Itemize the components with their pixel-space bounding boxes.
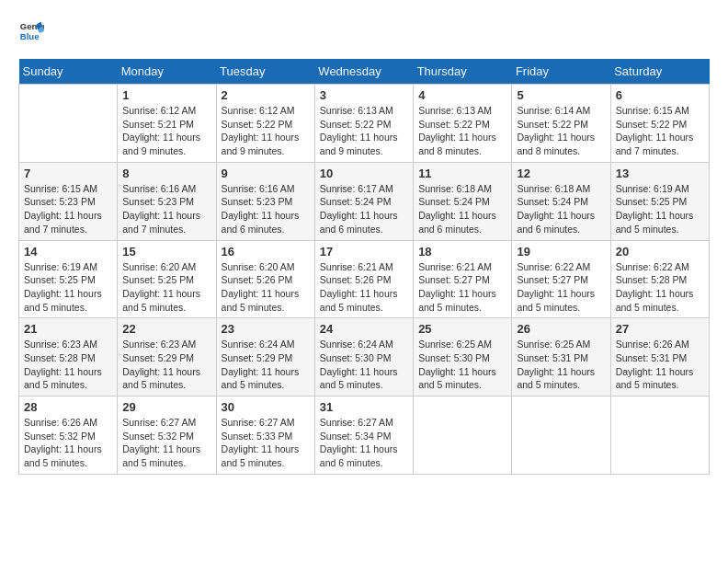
logo: General Blue (18, 18, 48, 44)
day-info: Sunrise: 6:15 AM Sunset: 5:22 PM Dayligh… (616, 104, 704, 158)
calendar-cell: 7Sunrise: 6:15 AM Sunset: 5:23 PM Daylig… (19, 162, 118, 240)
day-number: 15 (122, 245, 210, 259)
day-number: 31 (320, 400, 408, 414)
day-number: 18 (418, 245, 506, 259)
calendar-week-row: 1Sunrise: 6:12 AM Sunset: 5:21 PM Daylig… (19, 85, 710, 163)
day-info: Sunrise: 6:20 AM Sunset: 5:26 PM Dayligh… (222, 260, 310, 315)
calendar-cell: 27Sunrise: 6:26 AM Sunset: 5:31 PM Dayli… (610, 318, 709, 396)
calendar-cell: 19Sunrise: 6:22 AM Sunset: 5:27 PM Dayli… (512, 240, 610, 318)
day-info: Sunrise: 6:26 AM Sunset: 5:32 PM Dayligh… (24, 416, 112, 470)
calendar-cell (610, 396, 709, 475)
day-info: Sunrise: 6:22 AM Sunset: 5:28 PM Dayligh… (616, 260, 704, 315)
day-number: 13 (616, 167, 704, 180)
calendar-cell (512, 396, 610, 475)
calendar-cell (414, 396, 512, 475)
calendar-week-row: 7Sunrise: 6:15 AM Sunset: 5:23 PM Daylig… (19, 162, 710, 240)
calendar-cell: 12Sunrise: 6:18 AM Sunset: 5:24 PM Dayli… (512, 162, 610, 240)
day-number: 7 (24, 167, 112, 180)
day-number: 9 (222, 167, 310, 180)
day-info: Sunrise: 6:12 AM Sunset: 5:22 PM Dayligh… (222, 104, 310, 158)
weekday-header-wednesday: Wednesday (314, 59, 413, 85)
weekday-header-friday: Friday (512, 59, 610, 85)
day-info: Sunrise: 6:27 AM Sunset: 5:33 PM Dayligh… (222, 416, 310, 470)
weekday-header-sunday: Sunday (19, 59, 118, 85)
calendar-cell: 11Sunrise: 6:18 AM Sunset: 5:24 PM Dayli… (414, 162, 512, 240)
day-number: 26 (517, 322, 605, 336)
weekday-header-tuesday: Tuesday (216, 59, 314, 85)
calendar-cell: 25Sunrise: 6:25 AM Sunset: 5:30 PM Dayli… (414, 318, 512, 396)
day-number: 6 (616, 88, 704, 102)
page-header: General Blue (18, 18, 710, 44)
calendar-cell: 26Sunrise: 6:25 AM Sunset: 5:31 PM Dayli… (512, 318, 610, 396)
calendar-cell: 6Sunrise: 6:15 AM Sunset: 5:22 PM Daylig… (610, 85, 709, 163)
day-number: 2 (222, 88, 310, 102)
calendar-cell: 5Sunrise: 6:14 AM Sunset: 5:22 PM Daylig… (512, 85, 610, 163)
calendar-cell: 23Sunrise: 6:24 AM Sunset: 5:29 PM Dayli… (216, 318, 314, 396)
calendar-cell: 13Sunrise: 6:19 AM Sunset: 5:25 PM Dayli… (610, 162, 709, 240)
day-number: 23 (222, 322, 310, 336)
calendar-cell: 24Sunrise: 6:24 AM Sunset: 5:30 PM Dayli… (314, 318, 413, 396)
day-info: Sunrise: 6:26 AM Sunset: 5:31 PM Dayligh… (616, 338, 704, 392)
day-number: 11 (418, 167, 506, 180)
day-number: 16 (222, 245, 310, 259)
day-number: 21 (24, 322, 112, 336)
calendar-cell: 1Sunrise: 6:12 AM Sunset: 5:21 PM Daylig… (118, 85, 216, 163)
calendar-cell: 2Sunrise: 6:12 AM Sunset: 5:22 PM Daylig… (216, 85, 314, 163)
calendar-cell: 9Sunrise: 6:16 AM Sunset: 5:23 PM Daylig… (216, 162, 314, 240)
weekday-header-row: SundayMondayTuesdayWednesdayThursdayFrid… (19, 59, 710, 85)
day-number: 12 (517, 167, 605, 180)
day-number: 10 (320, 167, 408, 180)
day-info: Sunrise: 6:18 AM Sunset: 5:24 PM Dayligh… (418, 182, 506, 236)
day-info: Sunrise: 6:23 AM Sunset: 5:28 PM Dayligh… (24, 338, 112, 392)
day-info: Sunrise: 6:27 AM Sunset: 5:32 PM Dayligh… (122, 416, 210, 470)
calendar-table: SundayMondayTuesdayWednesdayThursdayFrid… (18, 59, 710, 475)
calendar-cell: 3Sunrise: 6:13 AM Sunset: 5:22 PM Daylig… (314, 85, 413, 163)
logo-icon: General Blue (18, 18, 44, 44)
day-info: Sunrise: 6:21 AM Sunset: 5:27 PM Dayligh… (418, 260, 506, 315)
day-number: 19 (517, 245, 605, 259)
day-info: Sunrise: 6:13 AM Sunset: 5:22 PM Dayligh… (320, 104, 408, 158)
calendar-cell: 4Sunrise: 6:13 AM Sunset: 5:22 PM Daylig… (414, 85, 512, 163)
day-info: Sunrise: 6:12 AM Sunset: 5:21 PM Dayligh… (122, 104, 210, 158)
day-info: Sunrise: 6:17 AM Sunset: 5:24 PM Dayligh… (320, 182, 408, 236)
day-number: 5 (517, 88, 605, 102)
day-number: 17 (320, 245, 408, 259)
calendar-cell: 30Sunrise: 6:27 AM Sunset: 5:33 PM Dayli… (216, 396, 314, 475)
day-number: 28 (24, 400, 112, 414)
day-info: Sunrise: 6:14 AM Sunset: 5:22 PM Dayligh… (517, 104, 605, 158)
calendar-cell: 14Sunrise: 6:19 AM Sunset: 5:25 PM Dayli… (19, 240, 118, 318)
day-number: 25 (418, 322, 506, 336)
calendar-cell: 28Sunrise: 6:26 AM Sunset: 5:32 PM Dayli… (19, 396, 118, 475)
calendar-cell: 31Sunrise: 6:27 AM Sunset: 5:34 PM Dayli… (314, 396, 413, 475)
day-info: Sunrise: 6:13 AM Sunset: 5:22 PM Dayligh… (418, 104, 506, 158)
day-info: Sunrise: 6:18 AM Sunset: 5:24 PM Dayligh… (517, 182, 605, 236)
calendar-week-row: 21Sunrise: 6:23 AM Sunset: 5:28 PM Dayli… (19, 318, 710, 396)
day-info: Sunrise: 6:20 AM Sunset: 5:25 PM Dayligh… (122, 260, 210, 315)
day-info: Sunrise: 6:23 AM Sunset: 5:29 PM Dayligh… (122, 338, 210, 392)
day-info: Sunrise: 6:16 AM Sunset: 5:23 PM Dayligh… (222, 182, 310, 236)
calendar-cell (19, 85, 118, 163)
day-number: 8 (122, 167, 210, 180)
calendar-cell: 21Sunrise: 6:23 AM Sunset: 5:28 PM Dayli… (19, 318, 118, 396)
day-info: Sunrise: 6:25 AM Sunset: 5:30 PM Dayligh… (418, 338, 506, 392)
calendar-week-row: 14Sunrise: 6:19 AM Sunset: 5:25 PM Dayli… (19, 240, 710, 318)
calendar-cell: 18Sunrise: 6:21 AM Sunset: 5:27 PM Dayli… (414, 240, 512, 318)
calendar-cell: 22Sunrise: 6:23 AM Sunset: 5:29 PM Dayli… (118, 318, 216, 396)
day-number: 22 (122, 322, 210, 336)
day-info: Sunrise: 6:19 AM Sunset: 5:25 PM Dayligh… (616, 182, 704, 236)
day-info: Sunrise: 6:24 AM Sunset: 5:29 PM Dayligh… (222, 338, 310, 392)
day-number: 3 (320, 88, 408, 102)
calendar-cell: 17Sunrise: 6:21 AM Sunset: 5:26 PM Dayli… (314, 240, 413, 318)
calendar-week-row: 28Sunrise: 6:26 AM Sunset: 5:32 PM Dayli… (19, 396, 710, 475)
day-info: Sunrise: 6:27 AM Sunset: 5:34 PM Dayligh… (320, 416, 408, 470)
day-info: Sunrise: 6:19 AM Sunset: 5:25 PM Dayligh… (24, 260, 112, 315)
day-number: 29 (122, 400, 210, 414)
calendar-cell: 10Sunrise: 6:17 AM Sunset: 5:24 PM Dayli… (314, 162, 413, 240)
day-number: 20 (616, 245, 704, 259)
weekday-header-monday: Monday (118, 59, 216, 85)
calendar-cell: 20Sunrise: 6:22 AM Sunset: 5:28 PM Dayli… (610, 240, 709, 318)
day-number: 1 (122, 88, 210, 102)
weekday-header-saturday: Saturday (610, 59, 709, 85)
day-number: 30 (222, 400, 310, 414)
day-info: Sunrise: 6:16 AM Sunset: 5:23 PM Dayligh… (122, 182, 210, 236)
